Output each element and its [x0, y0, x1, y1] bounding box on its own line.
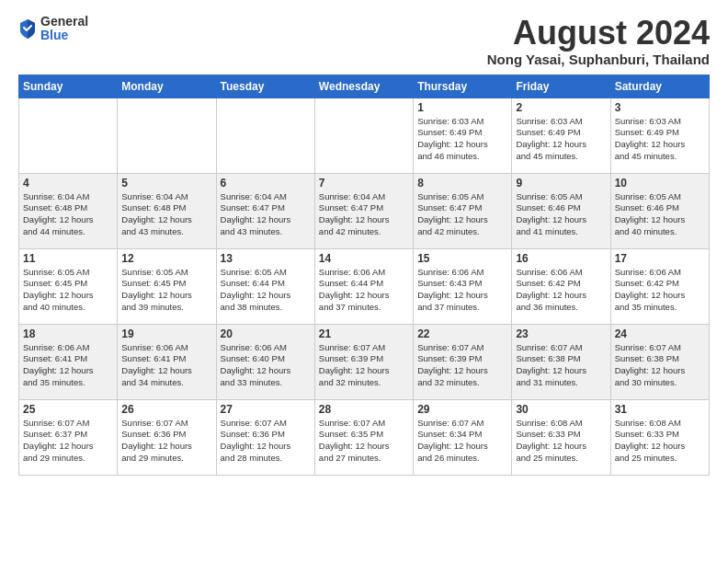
day-number: 26: [121, 403, 211, 416]
day-info: Sunrise: 6:07 AM Sunset: 6:34 PM Dayligh…: [417, 418, 507, 465]
logo-general-text: General: [40, 15, 88, 29]
header-friday: Friday: [512, 75, 610, 98]
day-number: 19: [121, 327, 211, 340]
day-info: Sunrise: 6:05 AM Sunset: 6:44 PM Dayligh…: [221, 267, 311, 314]
day-number: 30: [516, 403, 606, 416]
day-number: 12: [121, 252, 211, 265]
day-info: Sunrise: 6:07 AM Sunset: 6:36 PM Dayligh…: [221, 418, 311, 465]
day-info: Sunrise: 6:07 AM Sunset: 6:39 PM Dayligh…: [319, 342, 409, 389]
calendar-cell: 5Sunrise: 6:04 AM Sunset: 6:48 PM Daylig…: [118, 173, 216, 248]
calendar-cell: 10Sunrise: 6:05 AM Sunset: 6:46 PM Dayli…: [610, 173, 709, 248]
calendar-cell: 30Sunrise: 6:08 AM Sunset: 6:33 PM Dayli…: [512, 399, 610, 475]
day-number: 23: [516, 327, 606, 340]
day-info: Sunrise: 6:07 AM Sunset: 6:35 PM Dayligh…: [319, 418, 409, 465]
calendar-cell: 3Sunrise: 6:03 AM Sunset: 6:49 PM Daylig…: [610, 98, 709, 173]
day-number: 14: [319, 252, 409, 265]
calendar-cell: 23Sunrise: 6:07 AM Sunset: 6:38 PM Dayli…: [512, 324, 610, 399]
calendar-cell: 4Sunrise: 6:04 AM Sunset: 6:48 PM Daylig…: [19, 173, 118, 248]
calendar-cell: 13Sunrise: 6:05 AM Sunset: 6:44 PM Dayli…: [216, 248, 314, 324]
calendar-cell: 11Sunrise: 6:05 AM Sunset: 6:45 PM Dayli…: [19, 248, 118, 324]
day-info: Sunrise: 6:05 AM Sunset: 6:47 PM Dayligh…: [417, 191, 507, 238]
day-number: 21: [319, 327, 409, 340]
calendar-table: Sunday Monday Tuesday Wednesday Thursday…: [18, 75, 710, 476]
day-number: 29: [417, 403, 507, 416]
calendar-cell: 28Sunrise: 6:07 AM Sunset: 6:35 PM Dayli…: [314, 399, 413, 475]
day-number: 22: [417, 327, 507, 340]
logo-text: General Blue: [40, 15, 88, 43]
day-number: 6: [221, 177, 311, 190]
day-info: Sunrise: 6:05 AM Sunset: 6:45 PM Dayligh…: [23, 267, 113, 314]
calendar-cell: 27Sunrise: 6:07 AM Sunset: 6:36 PM Dayli…: [216, 399, 314, 475]
calendar-week-1: 4Sunrise: 6:04 AM Sunset: 6:48 PM Daylig…: [19, 173, 710, 248]
calendar-cell: 17Sunrise: 6:06 AM Sunset: 6:42 PM Dayli…: [610, 248, 709, 324]
calendar-cell: 7Sunrise: 6:04 AM Sunset: 6:47 PM Daylig…: [314, 173, 413, 248]
logo-icon: [18, 17, 37, 40]
day-number: 8: [417, 177, 507, 190]
day-info: Sunrise: 6:07 AM Sunset: 6:39 PM Dayligh…: [417, 342, 507, 389]
day-number: 5: [121, 177, 211, 190]
day-info: Sunrise: 6:06 AM Sunset: 6:41 PM Dayligh…: [121, 342, 211, 389]
day-number: 27: [221, 403, 311, 416]
day-info: Sunrise: 6:04 AM Sunset: 6:47 PM Dayligh…: [221, 191, 311, 238]
calendar-week-0: 1Sunrise: 6:03 AM Sunset: 6:49 PM Daylig…: [19, 98, 710, 173]
day-info: Sunrise: 6:06 AM Sunset: 6:42 PM Dayligh…: [615, 267, 705, 314]
day-info: Sunrise: 6:08 AM Sunset: 6:33 PM Dayligh…: [516, 418, 606, 465]
day-info: Sunrise: 6:06 AM Sunset: 6:42 PM Dayligh…: [516, 267, 606, 314]
calendar-cell: 22Sunrise: 6:07 AM Sunset: 6:39 PM Dayli…: [414, 324, 512, 399]
calendar-week-2: 11Sunrise: 6:05 AM Sunset: 6:45 PM Dayli…: [19, 248, 710, 324]
calendar-week-3: 18Sunrise: 6:06 AM Sunset: 6:41 PM Dayli…: [19, 324, 710, 399]
location-text: Nong Yasai, Suphanburi, Thailand: [487, 52, 710, 67]
calendar-cell: 8Sunrise: 6:05 AM Sunset: 6:47 PM Daylig…: [414, 173, 512, 248]
calendar-cell: 1Sunrise: 6:03 AM Sunset: 6:49 PM Daylig…: [414, 98, 512, 173]
day-info: Sunrise: 6:03 AM Sunset: 6:49 PM Dayligh…: [417, 116, 507, 163]
calendar-page: General Blue August 2024 Nong Yasai, Sup…: [0, 0, 728, 485]
header-tuesday: Tuesday: [216, 75, 314, 98]
day-info: Sunrise: 6:07 AM Sunset: 6:38 PM Dayligh…: [615, 342, 705, 389]
day-info: Sunrise: 6:04 AM Sunset: 6:48 PM Dayligh…: [23, 191, 113, 238]
title-section: August 2024 Nong Yasai, Suphanburi, Thai…: [487, 15, 710, 67]
day-number: 9: [516, 177, 606, 190]
day-number: 11: [23, 252, 113, 265]
day-info: Sunrise: 6:05 AM Sunset: 6:46 PM Dayligh…: [516, 191, 606, 238]
calendar-cell: 19Sunrise: 6:06 AM Sunset: 6:41 PM Dayli…: [118, 324, 216, 399]
day-info: Sunrise: 6:05 AM Sunset: 6:46 PM Dayligh…: [615, 191, 705, 238]
day-number: 2: [516, 101, 606, 114]
logo-blue-text: Blue: [40, 29, 88, 42]
calendar-cell: 15Sunrise: 6:06 AM Sunset: 6:43 PM Dayli…: [414, 248, 512, 324]
calendar-cell: [19, 98, 118, 173]
calendar-cell: [314, 98, 413, 173]
day-number: 20: [221, 327, 311, 340]
day-info: Sunrise: 6:07 AM Sunset: 6:37 PM Dayligh…: [23, 418, 113, 465]
day-number: 31: [615, 403, 705, 416]
day-number: 1: [417, 101, 507, 114]
day-number: 13: [221, 252, 311, 265]
calendar-cell: 16Sunrise: 6:06 AM Sunset: 6:42 PM Dayli…: [512, 248, 610, 324]
day-info: Sunrise: 6:04 AM Sunset: 6:48 PM Dayligh…: [121, 191, 211, 238]
calendar-cell: 26Sunrise: 6:07 AM Sunset: 6:36 PM Dayli…: [118, 399, 216, 475]
calendar-cell: 25Sunrise: 6:07 AM Sunset: 6:37 PM Dayli…: [19, 399, 118, 475]
calendar-cell: 9Sunrise: 6:05 AM Sunset: 6:46 PM Daylig…: [512, 173, 610, 248]
calendar-cell: [216, 98, 314, 173]
calendar-cell: 21Sunrise: 6:07 AM Sunset: 6:39 PM Dayli…: [314, 324, 413, 399]
day-number: 18: [23, 327, 113, 340]
day-info: Sunrise: 6:06 AM Sunset: 6:44 PM Dayligh…: [319, 267, 409, 314]
calendar-cell: [118, 98, 216, 173]
calendar-cell: 12Sunrise: 6:05 AM Sunset: 6:45 PM Dayli…: [118, 248, 216, 324]
calendar-cell: 24Sunrise: 6:07 AM Sunset: 6:38 PM Dayli…: [610, 324, 709, 399]
day-number: 28: [319, 403, 409, 416]
day-number: 4: [23, 177, 113, 190]
calendar-cell: 6Sunrise: 6:04 AM Sunset: 6:47 PM Daylig…: [216, 173, 314, 248]
month-title: August 2024: [487, 15, 710, 52]
day-info: Sunrise: 6:08 AM Sunset: 6:33 PM Dayligh…: [615, 418, 705, 465]
logo: General Blue: [18, 15, 88, 43]
day-number: 24: [615, 327, 705, 340]
day-number: 15: [417, 252, 507, 265]
header-saturday: Saturday: [610, 75, 709, 98]
day-number: 3: [615, 101, 705, 114]
day-info: Sunrise: 6:06 AM Sunset: 6:40 PM Dayligh…: [221, 342, 311, 389]
day-info: Sunrise: 6:05 AM Sunset: 6:45 PM Dayligh…: [121, 267, 211, 314]
calendar-cell: 18Sunrise: 6:06 AM Sunset: 6:41 PM Dayli…: [19, 324, 118, 399]
day-info: Sunrise: 6:06 AM Sunset: 6:43 PM Dayligh…: [417, 267, 507, 314]
header-sunday: Sunday: [19, 75, 118, 98]
calendar-cell: 20Sunrise: 6:06 AM Sunset: 6:40 PM Dayli…: [216, 324, 314, 399]
